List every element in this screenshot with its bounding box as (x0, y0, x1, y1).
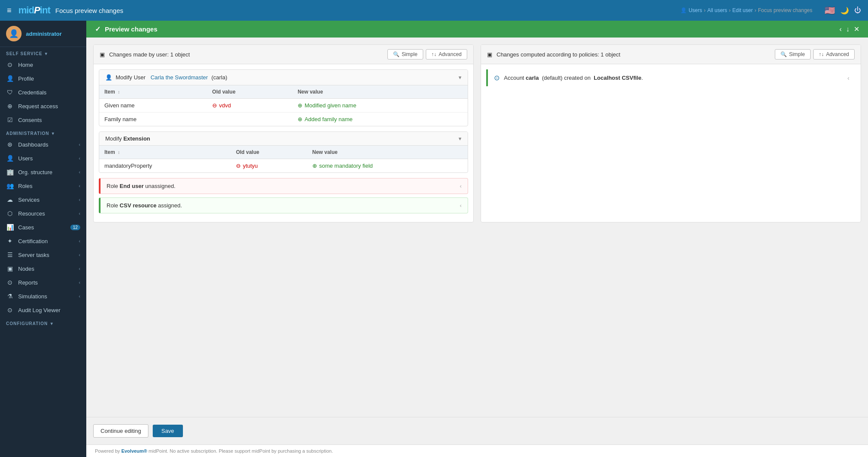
sidebar-item-resources[interactable]: ⬡ Resources ‹ (0, 207, 86, 220)
ext-col-item[interactable]: Item ↕ (99, 146, 231, 159)
user-icon-modify: 👤 (105, 74, 112, 81)
sidebar-username[interactable]: administrator (26, 31, 62, 37)
user-parens: (carla) (211, 74, 227, 81)
extension-header: Modify Extension ▾ (99, 132, 468, 146)
advanced-icon-left: ↑↓ (431, 51, 437, 57)
user-icon-nav: 👤 (680, 7, 687, 13)
breadcrumb-edit-user[interactable]: Edit user (733, 7, 753, 13)
avatar: 👤 (6, 26, 22, 41)
role-assigned-chevron[interactable]: ‹ (460, 202, 462, 209)
breadcrumb-users[interactable]: Users (689, 7, 702, 13)
ext-col-new: New value (307, 146, 468, 159)
content-area: ✓ Preview changes ‹ ↓ ✕ ▣ Changes made b… (86, 21, 868, 457)
server-tasks-chevron: ‹ (79, 253, 80, 257)
navbar-actions: 🇺🇸 🌙 ⏻ (824, 5, 861, 16)
sidebar-item-consents[interactable]: ☑ Consents (0, 113, 86, 127)
users-chevron: ‹ (79, 156, 80, 161)
sidebar-item-nodes[interactable]: ▣ Nodes ‹ (0, 262, 86, 275)
search-icon-right: 🔍 (780, 51, 787, 57)
panels: ▣ Changes made by user: 1 object 🔍 Simpl… (93, 44, 861, 222)
left-simple-btn[interactable]: 🔍 Simple (387, 49, 423, 59)
item-given-name: Given name (99, 99, 207, 113)
sidebar-item-certification[interactable]: ✦ Certification ‹ (0, 234, 86, 248)
extension-chevron[interactable]: ▾ (459, 135, 462, 142)
old-family-name (207, 113, 292, 126)
sidebar-item-profile[interactable]: 👤 Profile (0, 72, 86, 85)
extension-section: Modify Extension ▾ Item ↕ Old va (99, 131, 468, 173)
sidebar-section-self-service[interactable]: SELF SERVICE ▾ (0, 47, 86, 58)
right-panel: ▣ Changes computed according to policies… (481, 44, 861, 222)
footer: Powered by Evolveum® midPoint. No active… (86, 444, 868, 457)
preview-close-btn[interactable]: ✕ (854, 25, 859, 33)
extension-changes-table: Item ↕ Old value New value mandatoryProp… (99, 146, 468, 172)
table-row: Family name Added family name (99, 113, 468, 126)
content-body: ▣ Changes made by user: 1 object 🔍 Simpl… (86, 38, 868, 417)
sidebar-item-users[interactable]: 👤 Users ‹ (0, 151, 86, 165)
left-panel: ▣ Changes made by user: 1 object 🔍 Simpl… (93, 44, 474, 222)
save-button[interactable]: Save (153, 425, 183, 437)
user-link[interactable]: Carla the Swordmaster (151, 74, 208, 81)
server-tasks-icon: ☰ (6, 251, 14, 258)
hamburger-icon[interactable]: ≡ (7, 6, 12, 15)
sidebar-item-reports[interactable]: ⊙ Reports ‹ (0, 275, 86, 289)
right-panel-icon: ▣ (487, 51, 492, 58)
left-advanced-btn[interactable]: ↑↓ Advanced (426, 49, 467, 59)
account-icon: ⊙ (494, 74, 500, 82)
right-advanced-btn[interactable]: ↑↓ Advanced (813, 49, 855, 59)
sidebar-item-org-structure[interactable]: 🏢 Org. structure ‹ (0, 165, 86, 179)
table-row: mandatoryProperty ytutyu some mandatory … (99, 159, 468, 173)
credentials-icon: 🛡 (6, 89, 14, 96)
self-service-arrow: ▾ (45, 51, 47, 56)
modify-user-section: 👤 Modify User Carla the Swordmaster (car… (99, 69, 468, 126)
ext-col-old: Old value (231, 146, 307, 159)
old-mandatory: ytutyu (231, 159, 307, 173)
breadcrumb-all-users[interactable]: All users (708, 7, 727, 13)
col-item[interactable]: Item ↕ (99, 85, 207, 99)
col-new: New value (292, 85, 468, 99)
theme-toggle[interactable]: 🌙 (840, 6, 849, 15)
table-row: Given name vdvd Modified given name (99, 99, 468, 113)
item-sort-icon: ↕ (118, 90, 120, 94)
reports-icon: ⊙ (6, 279, 14, 286)
sidebar-item-simulations[interactable]: ⚗ Simulations ‹ (0, 289, 86, 303)
page-title: Focus preview changes (55, 7, 675, 14)
sidebar-section-configuration[interactable]: CONFIGURATION ▾ (0, 317, 86, 328)
sidebar-item-roles[interactable]: 👥 Roles ‹ (0, 179, 86, 193)
sidebar-item-dashboards[interactable]: ⊛ Dashboards ‹ (0, 138, 86, 151)
sidebar-item-request-access[interactable]: ⊕ Request access (0, 99, 86, 113)
modify-user-chevron[interactable]: ▾ (459, 74, 462, 81)
account-row-chevron[interactable]: ‹ (847, 75, 849, 81)
power-button[interactable]: ⏻ (854, 6, 861, 14)
org-structure-icon: 🏢 (6, 169, 14, 175)
sidebar: 👤 administrator SELF SERVICE ▾ ⊙ Home 👤 … (0, 21, 86, 457)
new-given-name: Modified given name (292, 99, 468, 113)
services-chevron: ‹ (79, 197, 80, 202)
breadcrumb: 👤 Users › All users › Edit user › Focus … (680, 7, 812, 13)
simulations-icon: ⚗ (6, 293, 14, 300)
modify-user-header: 👤 Modify User Carla the Swordmaster (car… (99, 70, 468, 85)
sidebar-item-cases[interactable]: 📊 Cases 12 (0, 220, 86, 234)
preview-collapse-btn[interactable]: ‹ (840, 25, 842, 33)
bottom-actions: Continue editing Save (86, 417, 868, 444)
certification-icon: ✦ (6, 238, 14, 244)
home-icon: ⊙ (6, 61, 14, 68)
sidebar-item-audit-log-viewer[interactable]: ⊙ Audit Log Viewer (0, 303, 86, 317)
language-flag[interactable]: 🇺🇸 (824, 5, 835, 16)
cases-icon: 📊 (6, 224, 14, 231)
preview-download-btn[interactable]: ↓ (846, 25, 849, 33)
continue-editing-button[interactable]: Continue editing (93, 424, 148, 438)
sidebar-item-home[interactable]: ⊙ Home (0, 58, 86, 72)
nodes-chevron: ‹ (79, 266, 80, 271)
org-structure-chevron: ‹ (79, 170, 80, 175)
role-unassigned-chevron[interactable]: ‹ (460, 183, 462, 189)
right-simple-btn[interactable]: 🔍 Simple (775, 49, 811, 59)
sidebar-item-server-tasks[interactable]: ☰ Server tasks ‹ (0, 248, 86, 262)
right-panel-view-btns: 🔍 Simple ↑↓ Advanced (775, 49, 855, 59)
sidebar-item-services[interactable]: ☁ Services ‹ (0, 193, 86, 207)
sidebar-section-administration[interactable]: ADMINISTRATION ▾ (0, 127, 86, 138)
footer-brand-link[interactable]: Evolveum® (121, 448, 147, 454)
logo: midPint (19, 5, 50, 16)
sidebar-item-credentials[interactable]: 🛡 Credentials (0, 85, 86, 99)
user-changes-table: Item ↕ Old value New value Given name (99, 85, 468, 126)
consents-icon: ☑ (6, 116, 14, 123)
